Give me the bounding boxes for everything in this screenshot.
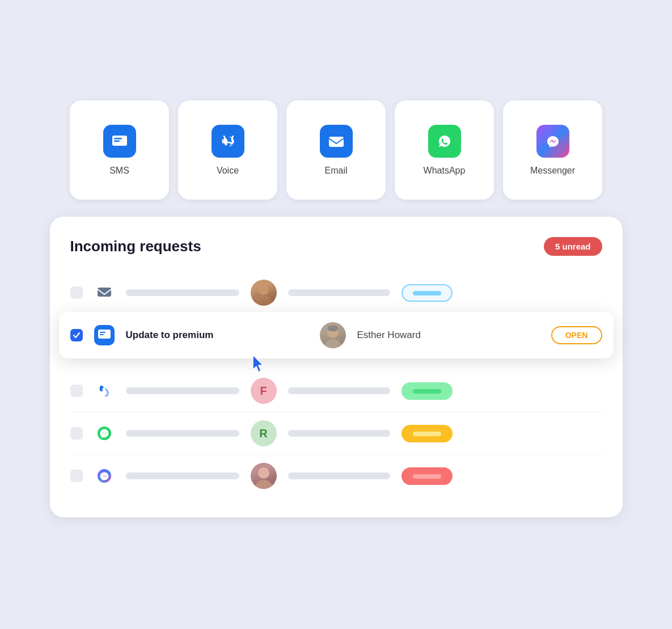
whatsapp-icon <box>428 125 461 158</box>
table-row-highlighted[interactable]: Update to premium Esther Howard OPEN <box>59 312 614 358</box>
email-label: Email <box>324 166 347 176</box>
row1-avatar <box>251 280 277 306</box>
row5-subject-bar <box>126 472 239 479</box>
svg-rect-13 <box>100 334 104 335</box>
table-row[interactable] <box>70 455 602 497</box>
row3-channel-icon <box>94 381 115 401</box>
row1-status <box>401 284 453 302</box>
row3-contact-bar <box>288 387 390 394</box>
main-container: SMS Voice <box>39 78 634 551</box>
channel-cards-row: SMS Voice <box>50 100 623 200</box>
row5-channel-icon <box>94 466 115 486</box>
row3-subject-bar <box>126 387 239 394</box>
row2-subject: Update to premium <box>126 330 308 341</box>
row3-status <box>401 382 453 400</box>
row4-subject-bar <box>126 430 239 437</box>
channel-card-sms[interactable]: SMS <box>70 100 169 200</box>
row2-channel-icon <box>94 325 115 345</box>
unread-badge: 5 unread <box>544 237 602 256</box>
row1-contact-bar <box>288 289 390 296</box>
row2-status: OPEN <box>551 326 602 344</box>
row5-contact-bar <box>288 472 390 479</box>
row5-checkbox[interactable] <box>70 470 83 482</box>
svg-point-20 <box>255 480 273 489</box>
channel-card-whatsapp[interactable]: WhatsApp <box>395 100 494 200</box>
row5-avatar <box>251 463 277 489</box>
row4-checkbox[interactable] <box>70 427 83 440</box>
voice-label: Voice <box>217 166 239 176</box>
row5-status <box>401 467 453 485</box>
row1-checkbox[interactable] <box>70 286 83 299</box>
channel-card-messenger[interactable]: Messenger <box>503 100 602 200</box>
table-row[interactable]: F <box>70 370 602 412</box>
channel-card-email[interactable]: Email <box>286 100 386 200</box>
messenger-icon <box>536 125 569 158</box>
sms-icon <box>103 125 136 158</box>
svg-rect-2 <box>114 140 120 142</box>
cursor-pointer <box>252 354 269 374</box>
sms-label: SMS <box>109 166 129 176</box>
table-row[interactable]: R <box>70 412 602 455</box>
svg-rect-17 <box>328 326 338 331</box>
panel-title: Incoming requests <box>70 238 201 255</box>
row3-checkbox[interactable] <box>70 385 83 397</box>
request-list: Update to premium Esther Howard OPEN <box>70 272 602 497</box>
messenger-label: Messenger <box>530 166 575 176</box>
panel-header: Incoming requests 5 unread <box>70 237 602 256</box>
row4-status <box>401 425 453 442</box>
row4-contact-bar <box>288 430 390 437</box>
row2-contact: Esther Howard <box>357 330 540 341</box>
svg-rect-11 <box>98 330 111 339</box>
voice-icon <box>212 125 244 158</box>
row2-checkbox[interactable] <box>70 329 83 341</box>
table-row[interactable] <box>70 272 602 314</box>
whatsapp-label: WhatsApp <box>424 166 466 176</box>
svg-point-14 <box>324 339 342 348</box>
row4-channel-icon <box>94 423 115 444</box>
svg-rect-1 <box>114 138 122 140</box>
row2-avatar <box>320 322 346 348</box>
svg-point-10 <box>259 285 269 295</box>
channel-card-voice[interactable]: Voice <box>178 100 277 200</box>
row4-avatar: R <box>251 420 277 446</box>
email-icon <box>320 125 353 158</box>
svg-rect-7 <box>98 288 111 297</box>
svg-rect-12 <box>100 332 105 333</box>
row1-channel-icon <box>94 282 115 303</box>
row3-avatar: F <box>251 378 277 404</box>
row1-subject-bar <box>126 289 239 296</box>
svg-point-9 <box>256 295 272 306</box>
main-panel: Incoming requests 5 unread <box>50 217 623 517</box>
svg-rect-4 <box>329 137 344 147</box>
svg-point-21 <box>258 467 269 479</box>
